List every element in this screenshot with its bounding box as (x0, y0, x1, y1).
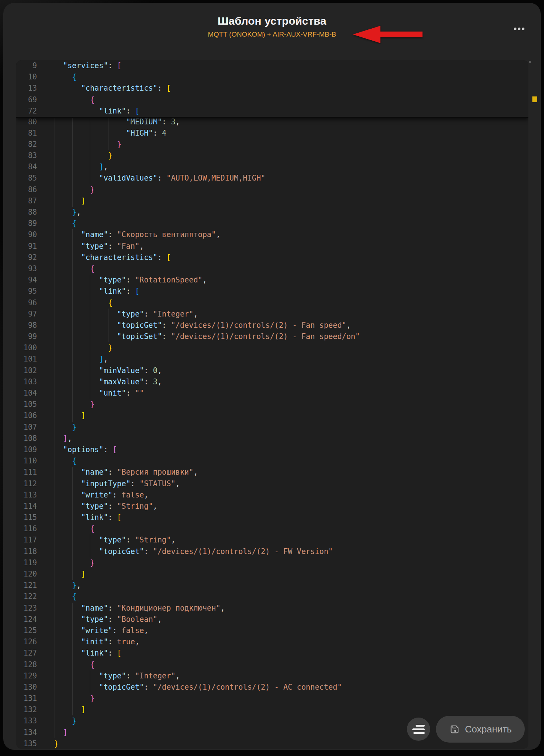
code-line-80[interactable]: 80"MEDIUM": 3, (16, 116, 528, 128)
code-line-130[interactable]: 130"topicGet": "/devices/(1)/controls/(2… (16, 682, 528, 693)
code-line-96[interactable]: 96{ (16, 297, 528, 309)
code-line-113[interactable]: 113"write": false, (16, 489, 528, 501)
code-line-102[interactable]: 102"minValue": 0, (16, 365, 528, 376)
code-line-129[interactable]: 129"type": "Integer", (16, 670, 528, 682)
code-line-114[interactable]: 114"type": "String", (16, 501, 528, 512)
code-line-132[interactable]: 132] (16, 704, 528, 715)
line-number: 116 (16, 523, 41, 534)
code-line-122[interactable]: 122{ (16, 591, 528, 602)
line-number: 106 (16, 410, 41, 421)
code-line-83[interactable]: 83} (16, 150, 528, 161)
code-line-81[interactable]: 81"HIGH": 4 (16, 128, 528, 139)
code-editor[interactable]: 9"services": [10{13"characteristics": [6… (16, 60, 528, 749)
line-number: 96 (16, 297, 41, 309)
line-number: 99 (16, 331, 41, 342)
line-number: 133 (16, 715, 41, 727)
line-number: 132 (16, 704, 41, 715)
code-line-97[interactable]: 97"type": "Integer", (16, 309, 528, 320)
code-line-100[interactable]: 100} (16, 342, 528, 354)
more-menu-button[interactable] (511, 23, 527, 34)
code-line-121[interactable]: 121}, (16, 580, 528, 591)
code-line-126[interactable]: 126"init": true, (16, 636, 528, 648)
line-number: 118 (16, 546, 41, 557)
code-line-88[interactable]: 88}, (16, 207, 528, 218)
code-line-131[interactable]: 131} (16, 693, 528, 704)
code-line-10[interactable]: 10{ (16, 71, 528, 83)
line-number: 81 (16, 128, 41, 139)
code-line-125[interactable]: 125"write": false, (16, 625, 528, 636)
code-line-9[interactable]: 9"services": [ (16, 60, 528, 71)
code-line-91[interactable]: 91"type": "Fan", (16, 241, 528, 252)
line-number: 114 (16, 501, 41, 512)
code-line-92[interactable]: 92"characteristics": [ (16, 252, 528, 263)
line-number: 90 (16, 229, 41, 240)
code-line-87[interactable]: 87] (16, 195, 528, 207)
code-line-128[interactable]: 128{ (16, 659, 528, 670)
format-menu-button[interactable] (407, 718, 430, 741)
code-line-84[interactable]: 84], (16, 161, 528, 173)
line-number: 92 (16, 252, 41, 263)
code-line-105[interactable]: 105} (16, 399, 528, 410)
line-number: 85 (16, 173, 41, 184)
line-number: 109 (16, 444, 41, 455)
code-line-107[interactable]: 107} (16, 422, 528, 433)
line-number: 129 (16, 670, 41, 682)
code-line-95[interactable]: 95"link": [ (16, 286, 528, 297)
code-content[interactable]: 80"MEDIUM": 3,81"HIGH": 482}83}84],85"va… (16, 116, 528, 749)
code-line-101[interactable]: 101], (16, 354, 528, 365)
code-line-99[interactable]: 99"topicSet": "/devices/(1)/controls/(2)… (16, 331, 528, 342)
code-line-69[interactable]: 69{ (16, 94, 528, 106)
scrollbar-thumb[interactable] (529, 61, 531, 63)
sticky-scroll-block[interactable]: 9"services": [10{13"characteristics": [6… (16, 60, 528, 118)
line-number: 121 (16, 580, 41, 591)
code-line-123[interactable]: 123"name": "Кондиционер подключен", (16, 603, 528, 614)
code-line-108[interactable]: 108], (16, 433, 528, 444)
line-number: 128 (16, 659, 41, 670)
line-number: 87 (16, 195, 41, 207)
line-number: 91 (16, 241, 41, 252)
code-line-117[interactable]: 117"type": "String", (16, 534, 528, 546)
code-line-85[interactable]: 85"validValues": "AUTO,LOW,MEDIUM,HIGH" (16, 173, 528, 184)
code-line-118[interactable]: 118"topicGet": "/devices/(1)/controls/(2… (16, 546, 528, 557)
line-number: 103 (16, 376, 41, 388)
line-number: 88 (16, 207, 41, 218)
code-line-127[interactable]: 127"link": [ (16, 648, 528, 659)
code-line-89[interactable]: 89{ (16, 218, 528, 229)
code-line-72[interactable]: 72"link": [ (16, 106, 528, 117)
code-line-111[interactable]: 111"name": "Версия прошивки", (16, 467, 528, 478)
line-number: 102 (16, 365, 41, 376)
code-line-82[interactable]: 82} (16, 139, 528, 150)
code-line-115[interactable]: 115"link": [ (16, 512, 528, 523)
code-line-110[interactable]: 110{ (16, 455, 528, 467)
line-number: 86 (16, 184, 41, 195)
line-number: 84 (16, 161, 41, 173)
code-line-112[interactable]: 112"inputType": "STATUS", (16, 478, 528, 489)
line-number: 72 (16, 106, 41, 117)
line-number: 123 (16, 603, 41, 614)
code-line-124[interactable]: 124"type": "Boolean", (16, 614, 528, 625)
line-number: 98 (16, 320, 41, 331)
line-number: 83 (16, 150, 41, 161)
line-number: 122 (16, 591, 41, 602)
line-number: 127 (16, 648, 41, 659)
code-line-98[interactable]: 98"topicGet": "/devices/(1)/controls/(2)… (16, 320, 528, 331)
line-number: 134 (16, 727, 41, 738)
ellipsis-icon (514, 28, 516, 30)
code-line-116[interactable]: 116{ (16, 523, 528, 534)
code-line-93[interactable]: 93{ (16, 263, 528, 274)
code-line-106[interactable]: 106] (16, 410, 528, 421)
code-line-13[interactable]: 13"characteristics": [ (16, 83, 528, 94)
code-line-103[interactable]: 103"maxValue": 3, (16, 376, 528, 388)
code-line-94[interactable]: 94"type": "RotationSpeed", (16, 274, 528, 286)
code-line-120[interactable]: 120] (16, 569, 528, 580)
code-line-86[interactable]: 86} (16, 184, 528, 195)
line-number: 93 (16, 263, 41, 274)
code-line-119[interactable]: 119} (16, 557, 528, 569)
code-line-104[interactable]: 104"unit": "" (16, 388, 528, 399)
line-number: 110 (16, 455, 41, 467)
code-line-90[interactable]: 90"name": "Скорость вентилятора", (16, 229, 528, 240)
save-button[interactable]: Сохранить (436, 716, 525, 743)
code-line-109[interactable]: 109"options": [ (16, 444, 528, 455)
page-subtitle: MQTT (ONOKOM) + AIR-AUX-VRF-MB-B (3, 30, 541, 38)
device-template-screen: { "header": { "title": "Шаблон устройств… (0, 0, 544, 756)
